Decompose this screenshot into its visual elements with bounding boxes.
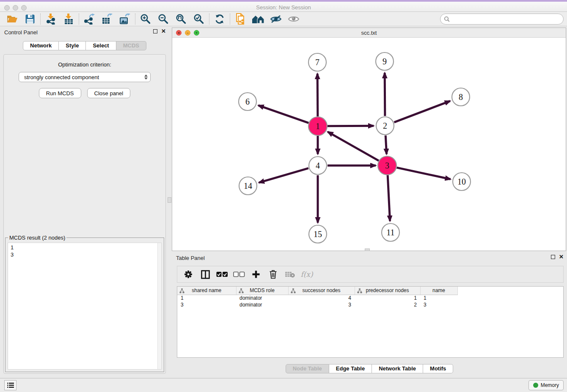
table-cell[interactable]: 2	[355, 301, 420, 308]
column-header-shared-name[interactable]: shared name	[177, 287, 236, 295]
graph-node-7[interactable]: 7	[308, 53, 326, 71]
select-all-rows-button[interactable]	[215, 268, 230, 281]
float-panel-icon[interactable]	[153, 29, 157, 33]
export-network-button[interactable]	[80, 13, 98, 25]
graph-node-1[interactable]: 1	[308, 117, 327, 135]
memory-status-icon	[533, 383, 538, 388]
graph-node-6[interactable]: 6	[239, 93, 256, 110]
export-network-icon	[84, 14, 95, 25]
close-panel-icon[interactable]: ✕	[559, 255, 564, 259]
mcds-result-box[interactable]: 13	[8, 243, 162, 370]
deselect-all-rows-button[interactable]	[231, 268, 247, 281]
export-image-button[interactable]	[116, 13, 134, 25]
table-cell[interactable]: 1	[177, 295, 236, 301]
zoom-in-button[interactable]	[137, 13, 154, 25]
graph-node-14[interactable]: 14	[239, 177, 257, 195]
graph-node-10[interactable]: 10	[453, 173, 471, 190]
edge-2-8[interactable]	[394, 101, 450, 122]
search-field[interactable]	[440, 14, 564, 25]
table-cell[interactable]: 3	[420, 301, 457, 308]
edge-2-3[interactable]	[385, 135, 386, 154]
close-panel-icon[interactable]: ✕	[161, 29, 166, 33]
columns-icon	[201, 270, 210, 279]
graph-node-3[interactable]: 3	[378, 156, 396, 175]
edge-3-10[interactable]	[396, 168, 450, 179]
table-cell[interactable]: 3	[177, 301, 236, 308]
open-session-button[interactable]	[3, 13, 21, 25]
tab-node-table[interactable]: Node Table	[286, 364, 329, 373]
hide-selected-button[interactable]	[267, 13, 285, 25]
import-table-button[interactable]	[60, 13, 77, 25]
table-toolbar: f(x)	[177, 266, 564, 283]
tab-network[interactable]: Network	[23, 41, 59, 50]
network-canvas[interactable]: 7968124314101511	[172, 38, 566, 251]
main-toolbar	[0, 12, 567, 26]
node-table[interactable]: shared nameMCDS rolesuccessor nodesprede…	[177, 286, 564, 358]
table-row[interactable]: 1dominator411	[177, 295, 457, 301]
tab-select[interactable]: Select	[86, 41, 116, 50]
delete-table-button[interactable]	[282, 268, 297, 281]
apply-layout-button[interactable]	[211, 13, 228, 25]
table-cell[interactable]: dominator	[236, 301, 288, 308]
clone-network-button[interactable]	[231, 13, 249, 25]
tab-edge-table[interactable]: Edge Table	[329, 364, 372, 373]
graph-node-15[interactable]: 15	[309, 225, 327, 243]
edge-1-2[interactable]	[328, 126, 374, 126]
table-cell[interactable]: dominator	[236, 295, 288, 301]
graph-node-8[interactable]: 8	[452, 88, 470, 106]
table-row[interactable]: 3dominator323	[177, 301, 457, 308]
show-all-button[interactable]	[285, 13, 303, 25]
horizontal-splitter-grip[interactable]	[365, 248, 370, 251]
svg-text:3: 3	[385, 161, 389, 170]
first-neighbors-button[interactable]	[249, 13, 267, 25]
edge-1-6[interactable]	[258, 105, 308, 123]
table-cell[interactable]: 1	[420, 295, 457, 301]
search-input[interactable]	[450, 16, 560, 22]
column-header-successor-nodes[interactable]: successor nodes	[288, 287, 355, 295]
table-body: 1dominator4113dominator323	[177, 295, 457, 308]
table-cell[interactable]: 4	[288, 295, 355, 301]
search-icon	[444, 16, 450, 22]
graph-node-11[interactable]: 11	[382, 224, 399, 241]
edge-1-7[interactable]	[317, 74, 318, 116]
graph-node-2[interactable]: 2	[376, 117, 394, 135]
float-panel-icon[interactable]	[551, 255, 555, 259]
edge-2-9[interactable]	[385, 73, 385, 116]
delete-table-icon	[285, 271, 295, 278]
tab-mcds[interactable]: MCDS	[116, 41, 146, 50]
task-history-button[interactable]	[4, 380, 17, 390]
table-cell[interactable]: 1	[355, 295, 420, 301]
vertical-splitter-grip[interactable]	[168, 197, 171, 203]
edge-3-1[interactable]	[328, 132, 379, 160]
zoom-fit-button[interactable]	[172, 13, 190, 25]
column-header-MCDS-role[interactable]: MCDS role	[236, 287, 288, 295]
show-column-button[interactable]	[198, 268, 213, 281]
create-column-button[interactable]	[248, 268, 264, 281]
network-graph: 7968124314101511	[172, 38, 566, 251]
memory-button[interactable]: Memory	[528, 380, 564, 390]
graph-node-9[interactable]: 9	[376, 52, 394, 70]
edge-3-11[interactable]	[388, 175, 390, 221]
tab-network-table[interactable]: Network Table	[372, 364, 423, 373]
zoom-out-button[interactable]	[154, 13, 172, 25]
column-label: shared name	[192, 287, 221, 293]
column-header-predecessor-nodes[interactable]: predecessor nodes	[355, 287, 420, 295]
edge-4-14[interactable]	[259, 168, 308, 182]
tab-style[interactable]: Style	[59, 41, 86, 50]
delete-column-button[interactable]	[265, 268, 281, 281]
export-table-button[interactable]	[98, 13, 116, 25]
result-scrollbar[interactable]	[157, 243, 161, 369]
function-builder-button[interactable]: f(x)	[299, 268, 314, 281]
run-mcds-button[interactable]: Run MCDS	[39, 88, 81, 98]
tab-motifs[interactable]: Motifs	[423, 364, 453, 373]
optimization-criterion-select[interactable]: strongly connected component	[19, 72, 151, 82]
column-label: successor nodes	[302, 287, 340, 293]
save-session-button[interactable]	[21, 13, 39, 25]
import-network-button[interactable]	[42, 13, 60, 25]
column-header-name[interactable]: name	[420, 287, 457, 295]
table-settings-button[interactable]	[181, 268, 196, 281]
graph-node-4[interactable]: 4	[309, 157, 327, 174]
table-cell[interactable]: 3	[288, 301, 355, 308]
close-panel-button[interactable]: Close panel	[87, 88, 131, 98]
zoom-selected-button[interactable]	[190, 13, 208, 25]
